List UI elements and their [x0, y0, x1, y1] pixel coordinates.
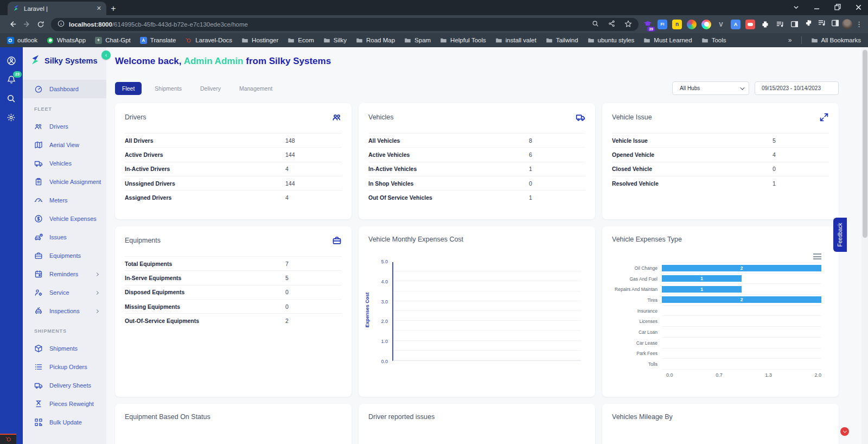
bookmark-item[interactable]: outlook — [7, 37, 37, 44]
folder-icon — [546, 37, 553, 44]
extensions-puzzle-icon[interactable] — [805, 19, 813, 29]
reload-icon[interactable] — [34, 17, 48, 31]
forward-icon[interactable] — [20, 17, 34, 31]
bookmark-item[interactable]: install valet — [495, 37, 537, 44]
stat-row: Out Of Service Vehicles1 — [368, 190, 585, 204]
new-tab-button[interactable]: + — [106, 2, 120, 15]
colorpicker-extension-icon[interactable] — [745, 20, 755, 29]
tab-shipments[interactable]: Shipments — [149, 82, 187, 95]
feedback-button[interactable]: Feedback — [833, 218, 847, 252]
sidebar-item-bulk-update[interactable]: Bulk Update — [23, 413, 106, 432]
sidebar-item-pickup-orders[interactable]: Pickup Orders — [23, 358, 106, 376]
bookmark-item[interactable]: WhatsApp — [47, 37, 86, 44]
chart-menu-icon[interactable] — [813, 253, 821, 259]
page-scrollbar[interactable] — [861, 47, 868, 444]
site-info-icon[interactable] — [58, 20, 65, 28]
reading-list-icon[interactable] — [818, 19, 826, 29]
sidebar-item-equipments[interactable]: Equipments — [23, 246, 106, 265]
reading-list-extension-icon[interactable] — [775, 20, 784, 29]
stat-rows: Vehicle Issue5Opened Vehicle4Closed Vehi… — [612, 133, 829, 190]
bookmark-item[interactable]: Road Map — [356, 37, 395, 44]
tab-delivery[interactable]: Delivery — [195, 82, 226, 95]
tab-close-icon[interactable]: ✕ — [97, 5, 101, 11]
scrollbar-thumb[interactable] — [863, 50, 867, 238]
stat-row: Out-Of-Service Equipments2 — [125, 313, 342, 327]
truck-icon[interactable] — [576, 112, 585, 122]
side-panel-extension-icon[interactable] — [789, 20, 799, 29]
camera-extension-icon[interactable] — [701, 20, 711, 29]
side-panel-icon[interactable] — [831, 19, 839, 29]
bookmark-item[interactable]: Tools — [701, 37, 726, 44]
bookmark-star-icon[interactable] — [624, 20, 632, 29]
bar[interactable]: 1 — [662, 275, 742, 282]
bookmark-item[interactable]: Hostinger — [241, 37, 278, 44]
expand-icon[interactable] — [819, 112, 829, 122]
bar[interactable]: 2 — [662, 296, 821, 303]
gear-icon[interactable] — [7, 113, 16, 123]
browser-toolbar: localhost:8000/614995cb-45fb-443d-b72e-e… — [0, 15, 868, 33]
bookmark-item[interactable]: Laravel-Docs — [185, 37, 232, 44]
sidebar-item-reminders[interactable]: Reminders — [23, 265, 106, 283]
laravel-debugbar-toggle[interactable] — [0, 434, 16, 444]
sidebar-item-delivery-sheets[interactable]: Delivery Sheets — [23, 376, 106, 395]
v-extension-icon[interactable]: V — [716, 20, 726, 29]
bookmark-item[interactable]: Tailwind — [546, 37, 578, 44]
puzzle-extension-icon[interactable] — [760, 20, 770, 29]
bookmark-item[interactable]: Spam — [404, 37, 431, 44]
bar[interactable]: 1 — [662, 286, 742, 293]
back-icon[interactable] — [5, 17, 20, 31]
profile-avatar[interactable] — [842, 19, 852, 29]
tab-management[interactable]: Management — [234, 82, 278, 95]
bookmarks-overflow-icon[interactable]: » — [788, 36, 792, 44]
bookmark-item[interactable]: Helpful Tools — [440, 37, 486, 44]
sidebar-item-vehicles[interactable]: Vehicles — [23, 154, 106, 173]
truck-icon — [34, 159, 43, 168]
date-range-input[interactable]: 09/15/2023 - 10/14/2023 — [755, 81, 839, 95]
bookmark-item[interactable]: Must Learned — [643, 37, 692, 44]
sidebar-item-aerial-view[interactable]: Aerial View — [23, 136, 106, 154]
expenses-type-chart-card: Vehicle Expenses Type Oil Change2Gas And… — [602, 226, 839, 397]
bookmark-item[interactable]: Ecom — [288, 37, 314, 44]
search-icon[interactable] — [7, 94, 16, 104]
stat-row: Resolved Vehicle1 — [612, 176, 829, 190]
scroll-down-fab[interactable] — [840, 427, 849, 436]
sidebar-item-issues[interactable]: Issues — [23, 228, 106, 246]
minimize-icon[interactable] — [814, 4, 820, 10]
close-icon[interactable] — [856, 4, 861, 10]
sidebar-item-pieces-reweight[interactable]: Pieces Reweight — [23, 395, 106, 413]
bookmark-item[interactable]: ubuntu styles — [588, 37, 635, 44]
briefcase-icon[interactable] — [332, 236, 342, 245]
address-bar[interactable]: localhost:8000/614995cb-45fb-443d-b72e-e… — [51, 18, 639, 31]
account-icon[interactable] — [7, 56, 16, 66]
bookmark-item[interactable]: Translate — [140, 37, 176, 44]
all-bookmarks-button[interactable]: All Bookmarks — [811, 37, 861, 44]
bar[interactable]: 2 — [662, 265, 821, 271]
sidebar-item-service[interactable]: Service — [23, 283, 106, 302]
grad-cap-extension-icon[interactable]: 39 — [643, 20, 653, 29]
brand[interactable]: Silky Systems — [23, 47, 106, 67]
sidebar-collapse-button[interactable]: ‹ — [101, 50, 111, 60]
sidebar-item-drivers[interactable]: Drivers — [23, 117, 106, 136]
zoom-icon[interactable] — [592, 20, 599, 28]
share-icon[interactable] — [608, 20, 615, 28]
n-extension-icon[interactable]: n — [672, 20, 682, 29]
people-icon[interactable] — [332, 112, 342, 122]
sidebar-item-meters[interactable]: Meters — [23, 191, 106, 210]
translate-extension-icon[interactable]: A — [731, 20, 741, 29]
tab-search-chevron-icon[interactable] — [793, 4, 799, 10]
sidebar-item-vehicle-assignment[interactable]: Vehicle Assignment — [23, 173, 106, 191]
fi-extension-icon[interactable]: FI — [658, 20, 667, 29]
sidebar-item-shipments[interactable]: Shipments — [23, 339, 106, 358]
bookmark-item[interactable]: Chat-Gpt — [95, 37, 131, 44]
restore-icon[interactable] — [834, 4, 841, 10]
sidebar-item-inspections[interactable]: Inspections — [23, 302, 106, 320]
sidebar-item-vehicle-expenses[interactable]: Vehicle Expenses — [23, 210, 106, 228]
tab-fleet[interactable]: Fleet — [115, 82, 142, 95]
bookmark-item[interactable]: Silky — [323, 37, 347, 44]
notifications-bell-icon[interactable]: 23 — [7, 75, 16, 85]
hub-select[interactable]: All Hubs — [672, 81, 749, 95]
browser-tab[interactable]: Laravel | ✕ — [8, 2, 106, 15]
browser-menu-icon[interactable]: ⋮ — [856, 20, 863, 28]
sidebar-item-dashboard[interactable]: Dashboard — [23, 80, 106, 98]
pinwheel-extension-icon[interactable] — [687, 20, 697, 29]
